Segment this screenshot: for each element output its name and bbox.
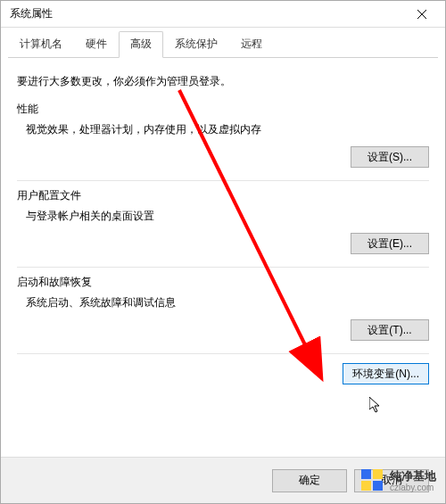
- system-properties-window: 系统属性 计算机名 硬件 高级 系统保护 远程 要进行大多数更改，你必须作为管理…: [0, 0, 446, 504]
- separator: [17, 353, 429, 354]
- performance-settings-button[interactable]: 设置(S)...: [351, 146, 429, 168]
- tab-computer-name[interactable]: 计算机名: [8, 31, 74, 58]
- group-performance: 性能 视觉效果，处理器计划，内存使用，以及虚拟内存 设置(S)...: [17, 102, 429, 168]
- separator: [17, 180, 429, 181]
- group-startup-recovery-title: 启动和故障恢复: [17, 275, 429, 290]
- watermark-name: 纯净基地: [390, 470, 436, 482]
- close-button[interactable]: [404, 2, 440, 27]
- window-title: 系统属性: [10, 6, 404, 21]
- tab-content-advanced: 要进行大多数更改，你必须作为管理员登录。 性能 视觉效果，处理器计划，内存使用，…: [1, 58, 445, 384]
- group-user-profiles: 用户配置文件 与登录帐户相关的桌面设置 设置(E)...: [17, 188, 429, 254]
- watermark-logo-icon: [361, 469, 384, 492]
- group-user-profiles-title: 用户配置文件: [17, 188, 429, 203]
- group-performance-title: 性能: [17, 102, 429, 117]
- close-icon: [417, 10, 426, 19]
- tabstrip: 计算机名 硬件 高级 系统保护 远程: [8, 33, 438, 58]
- separator: [17, 267, 429, 268]
- titlebar: 系统属性: [1, 1, 445, 28]
- startup-recovery-settings-button[interactable]: 设置(T)...: [351, 319, 429, 341]
- group-user-profiles-desc: 与登录帐户相关的桌面设置: [26, 209, 429, 224]
- tab-remote[interactable]: 远程: [229, 31, 274, 58]
- user-profiles-settings-button[interactable]: 设置(E)...: [351, 233, 429, 254]
- tab-hardware[interactable]: 硬件: [74, 31, 119, 58]
- ok-button[interactable]: 确定: [272, 469, 347, 492]
- watermark: 纯净基地 czlaby.com: [361, 469, 436, 492]
- tab-system-protection[interactable]: 系统保护: [163, 31, 229, 58]
- environment-variables-button[interactable]: 环境变量(N)...: [343, 363, 429, 384]
- group-performance-desc: 视觉效果，处理器计划，内存使用，以及虚拟内存: [26, 122, 429, 137]
- group-startup-recovery-desc: 系统启动、系统故障和调试信息: [26, 295, 429, 310]
- watermark-url: czlaby.com: [390, 483, 436, 492]
- group-startup-recovery: 启动和故障恢复 系统启动、系统故障和调试信息 设置(T)...: [17, 275, 429, 341]
- admin-required-text: 要进行大多数更改，你必须作为管理员登录。: [17, 74, 429, 89]
- tab-advanced[interactable]: 高级: [119, 31, 163, 58]
- svg-marker-4: [369, 397, 379, 412]
- cursor-icon: [369, 397, 384, 415]
